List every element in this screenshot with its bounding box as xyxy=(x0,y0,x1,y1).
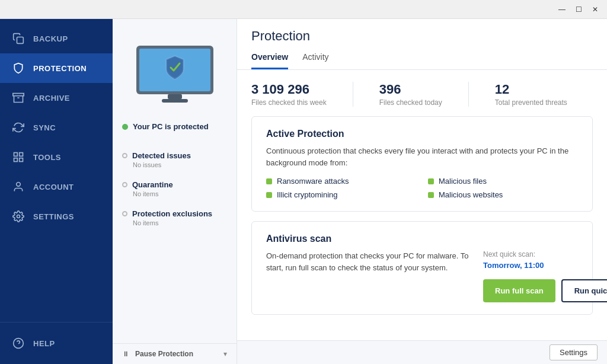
pause-label: Pause Protection xyxy=(135,350,193,358)
antivirus-left: On-demand protection that checks your PC… xyxy=(266,250,471,282)
next-scan-label: Next quick scan: xyxy=(483,250,578,258)
stat-label-today: Files checked today xyxy=(379,98,442,107)
svg-rect-15 xyxy=(162,99,188,103)
list-item-exclusions[interactable]: Protection exclusions No items xyxy=(113,203,237,232)
stat-files-week: 3 109 296 Files checked this week xyxy=(251,82,327,107)
tab-overview[interactable]: Overview xyxy=(251,52,288,69)
antivirus-scan-card: Antivirus scan On-demand protection that… xyxy=(251,221,593,315)
svg-rect-0 xyxy=(17,37,24,44)
sidebar-item-help[interactable]: HELP xyxy=(0,330,113,357)
sidebar: BACKUP PROTECTION ARCHIVE xyxy=(0,19,113,364)
quarantine-sub: No items xyxy=(133,190,227,197)
quarantine-title: Quarantine xyxy=(132,180,173,189)
list-item-quarantine[interactable]: Quarantine No items xyxy=(113,174,237,203)
svg-rect-3 xyxy=(14,153,18,157)
sidebar-item-settings-label: SETTINGS xyxy=(33,212,74,221)
svg-rect-14 xyxy=(168,94,182,99)
svg-rect-5 xyxy=(20,158,23,162)
feature-cryptomining-label: Illicit cryptomining xyxy=(277,190,338,199)
feature-dot xyxy=(266,192,272,198)
feature-malicious-files: Malicious files xyxy=(428,177,578,186)
feature-cryptomining: Illicit cryptomining xyxy=(266,190,416,199)
sidebar-item-protection[interactable]: PROTECTION xyxy=(0,53,113,83)
pause-protection-footer[interactable]: ⏸ Pause Protection ▾ xyxy=(113,343,237,364)
svg-point-7 xyxy=(17,183,21,187)
stat-threats: 12 Total prevented threats xyxy=(495,82,567,107)
feature-dot xyxy=(428,192,434,198)
exclusions-sub: No items xyxy=(133,219,227,226)
monitor-illustration xyxy=(133,43,216,108)
active-protection-card: Active Protection Continuous protection … xyxy=(251,116,593,212)
stat-number-week: 3 109 296 xyxy=(251,82,327,97)
sidebar-item-account[interactable]: ACCOUNT xyxy=(0,172,113,202)
dot-icon xyxy=(122,211,127,216)
run-quick-scan-button[interactable]: Run quick scan xyxy=(561,279,607,302)
sidebar-item-tools[interactable]: TOOLS xyxy=(0,142,113,172)
next-scan-time: Tomorrow, 11:00 xyxy=(483,261,578,270)
sidebar-item-archive-label: ARCHIVE xyxy=(33,94,70,103)
stat-files-today: 396 Files checked today xyxy=(379,82,442,107)
run-full-scan-button[interactable]: Run full scan xyxy=(483,279,555,302)
features-grid: Ransomware attacks Malicious files Illic… xyxy=(266,177,578,199)
sidebar-item-backup[interactable]: BACKUP xyxy=(0,24,113,53)
list-item-detected-issues[interactable]: Detected issues No issues xyxy=(113,145,237,174)
pause-icon: ⏸ xyxy=(122,350,129,358)
sidebar-item-sync[interactable]: SYNC xyxy=(0,113,113,142)
status-section: Your PC is protected xyxy=(113,122,237,141)
bottom-bar: Settings xyxy=(237,340,607,364)
antivirus-right: Next quick scan: Tomorrow, 11:00 Run ful… xyxy=(483,250,578,302)
maximize-button[interactable]: ☐ xyxy=(571,3,586,16)
monitor-container xyxy=(113,31,237,122)
svg-rect-4 xyxy=(20,153,23,157)
active-protection-title: Active Protection xyxy=(266,129,578,139)
minimize-button[interactable]: — xyxy=(555,3,569,16)
feature-malicious-websites: Malicious websites xyxy=(428,190,578,199)
gear-icon xyxy=(12,210,25,223)
feature-malicious-websites-label: Malicious websites xyxy=(439,190,503,199)
stat-number-threats: 12 xyxy=(495,82,567,97)
dot-icon xyxy=(122,182,127,187)
app-body: BACKUP PROTECTION ARCHIVE xyxy=(0,19,607,364)
tab-activity[interactable]: Activity xyxy=(302,52,328,69)
feature-ransomware: Ransomware attacks xyxy=(266,177,416,186)
sync-icon xyxy=(12,121,25,134)
stat-divider-2 xyxy=(468,82,469,107)
stat-number-today: 396 xyxy=(379,82,442,97)
antivirus-content: On-demand protection that checks your PC… xyxy=(266,250,578,302)
sidebar-item-settings[interactable]: SETTINGS xyxy=(0,202,113,231)
content-area: Your PC is protected Detected issues No … xyxy=(113,19,607,364)
sidebar-item-help-label: HELP xyxy=(33,339,55,348)
pc-status: Your PC is protected xyxy=(122,122,227,131)
detected-issues-title: Detected issues xyxy=(132,151,191,160)
right-panel: Protection Overview Activity 3 109 296 F… xyxy=(237,19,607,364)
active-protection-desc: Continuous protection that checks every … xyxy=(266,145,578,168)
sidebar-nav: BACKUP PROTECTION ARCHIVE xyxy=(0,19,113,322)
dot-icon xyxy=(122,153,127,158)
svg-rect-6 xyxy=(14,158,18,162)
account-icon xyxy=(12,180,25,193)
page-title: Protection xyxy=(251,28,593,44)
scan-btn-row: Run full scan Run quick scan xyxy=(483,279,578,302)
shield-icon xyxy=(12,62,25,75)
sidebar-item-tools-label: TOOLS xyxy=(33,153,61,162)
help-icon xyxy=(12,337,25,350)
svg-rect-1 xyxy=(13,94,24,96)
antivirus-scan-desc: On-demand protection that checks your PC… xyxy=(266,250,471,273)
feature-ransomware-label: Ransomware attacks xyxy=(277,177,349,186)
sidebar-item-account-label: ACCOUNT xyxy=(33,183,74,191)
close-button[interactable]: ✕ xyxy=(588,3,602,16)
right-header: Protection Overview Activity xyxy=(237,19,607,70)
stat-divider-1 xyxy=(353,82,353,107)
archive-icon xyxy=(12,91,25,104)
detected-issues-sub: No issues xyxy=(133,161,227,168)
stats-row: 3 109 296 Files checked this week 396 Fi… xyxy=(237,70,607,116)
feature-dot xyxy=(428,178,434,184)
titlebar: — ☐ ✕ xyxy=(0,0,607,19)
sidebar-item-sync-label: SYNC xyxy=(33,123,56,132)
middle-panel: Your PC is protected Detected issues No … xyxy=(113,19,237,364)
sidebar-item-archive[interactable]: ARCHIVE xyxy=(0,83,113,113)
copy-icon xyxy=(12,32,25,45)
feature-malicious-files-label: Malicious files xyxy=(439,177,487,186)
settings-button[interactable]: Settings xyxy=(550,344,598,360)
feature-dot xyxy=(266,178,272,184)
